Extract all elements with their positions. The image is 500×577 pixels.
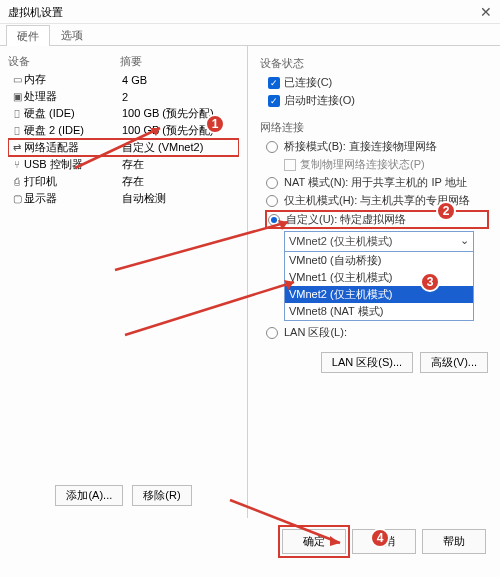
device-summary: 自定义 (VMnet2) [122, 140, 237, 155]
radio-hostonly-label: 仅主机模式(H): 与主机共享的专用网络 [284, 193, 470, 208]
radio-nat[interactable]: NAT 模式(N): 用于共享主机的 IP 地址 [266, 175, 488, 190]
col-summary: 摘要 [120, 54, 239, 69]
device-name: USB 控制器 [24, 157, 122, 172]
dialog-footer: 确定 取消 帮助 [0, 518, 500, 564]
device-summary: 4 GB [122, 74, 237, 86]
device-row[interactable]: ⌷硬盘 (IDE)100 GB (预先分配) [8, 105, 239, 122]
radio-icon [268, 214, 280, 226]
device-row[interactable]: ▭内存4 GB [8, 71, 239, 88]
chevron-down-icon: ⌄ [460, 234, 469, 249]
device-icon: ⌷ [10, 125, 24, 136]
device-icon: ▣ [10, 91, 24, 102]
radio-custom-label: 自定义(U): 特定虚拟网络 [286, 212, 406, 227]
device-icon: ▢ [10, 193, 24, 204]
radio-bridge[interactable]: 桥接模式(B): 直接连接物理网络 [266, 139, 488, 154]
device-icon: ⇄ [10, 142, 24, 153]
advanced-button[interactable]: 高级(V)... [420, 352, 488, 373]
device-summary: 100 GB (预先分配) [122, 106, 237, 121]
device-summary: 存在 [122, 174, 237, 189]
device-row[interactable]: ⇄网络适配器自定义 (VMnet2) [8, 139, 239, 156]
tab-hardware[interactable]: 硬件 [6, 25, 50, 46]
device-icon: ⎙ [10, 176, 24, 187]
cbx-connected-label: 已连接(C) [284, 75, 332, 90]
help-button[interactable]: 帮助 [422, 529, 486, 554]
device-row[interactable]: ▣处理器2 [8, 88, 239, 105]
radio-icon [266, 177, 278, 189]
dropdown-option[interactable]: VMnet2 (仅主机模式) [285, 286, 473, 303]
device-icon: ⑂ [10, 159, 24, 170]
cbx-connected[interactable]: ✓ 已连接(C) [268, 75, 488, 90]
radio-icon [266, 327, 278, 339]
device-name: 硬盘 (IDE) [24, 106, 122, 121]
radio-hostonly[interactable]: 仅主机模式(H): 与主机共享的专用网络 [266, 193, 488, 208]
add-button[interactable]: 添加(A)... [55, 485, 123, 506]
col-device: 设备 [8, 54, 120, 69]
device-row[interactable]: ⌷硬盘 2 (IDE)100 GB (预先分配) [8, 122, 239, 139]
radio-nat-label: NAT 模式(N): 用于共享主机的 IP 地址 [284, 175, 467, 190]
device-name: 处理器 [24, 89, 122, 104]
device-summary: 存在 [122, 157, 237, 172]
radio-custom[interactable]: 自定义(U): 特定虚拟网络 [266, 211, 488, 228]
settings-panel: 设备状态 ✓ 已连接(C) ✓ 启动时连接(O) 网络连接 桥接模式(B): 直… [248, 46, 500, 518]
lanseg-button[interactable]: LAN 区段(S)... [321, 352, 413, 373]
device-name: 内存 [24, 72, 122, 87]
device-row[interactable]: ⑂USB 控制器存在 [8, 156, 239, 173]
dropdown-option[interactable]: VMnet1 (仅主机模式) [285, 269, 473, 286]
ok-button[interactable]: 确定 [282, 529, 346, 554]
window-title: 虚拟机设置 [8, 0, 63, 23]
device-row[interactable]: ⎙打印机存在 [8, 173, 239, 190]
dropdown-option[interactable]: VMnet0 (自动桥接) [285, 252, 473, 269]
device-summary: 2 [122, 91, 237, 103]
device-icon: ▭ [10, 74, 24, 85]
device-summary: 自动检测 [122, 191, 237, 206]
vmnet-dropdown[interactable]: VMnet2 (仅主机模式) ⌄ VMnet0 (自动桥接) VMnet1 (仅… [284, 231, 474, 321]
checkbox-icon [284, 159, 296, 171]
radio-bridge-label: 桥接模式(B): 直接连接物理网络 [284, 139, 437, 154]
device-name: 显示器 [24, 191, 122, 206]
status-header: 设备状态 [260, 56, 488, 71]
tab-options[interactable]: 选项 [50, 24, 94, 45]
cbx-onstart-label: 启动时连接(O) [284, 93, 355, 108]
device-name: 硬盘 2 (IDE) [24, 123, 122, 138]
cbx-replicate: 复制物理网络连接状态(P) [284, 157, 488, 172]
radio-icon [266, 141, 278, 153]
radio-lanseg[interactable]: LAN 区段(L): [266, 325, 488, 340]
tab-bar: 硬件 选项 [0, 24, 500, 46]
radio-lanseg-label: LAN 区段(L): [284, 325, 347, 340]
dropdown-value: VMnet2 (仅主机模式) [289, 234, 392, 249]
titlebar: 虚拟机设置 ✕ [0, 0, 500, 24]
radio-icon [266, 195, 278, 207]
device-summary: 100 GB (预先分配) [122, 123, 237, 138]
close-icon[interactable]: ✕ [480, 0, 492, 23]
cbx-onstart[interactable]: ✓ 启动时连接(O) [268, 93, 488, 108]
network-header: 网络连接 [260, 120, 488, 135]
check-icon: ✓ [268, 95, 280, 107]
remove-button[interactable]: 移除(R) [132, 485, 191, 506]
device-name: 网络适配器 [24, 140, 122, 155]
device-list: ▭内存4 GB▣处理器2⌷硬盘 (IDE)100 GB (预先分配)⌷硬盘 2 … [8, 71, 239, 479]
check-icon: ✓ [268, 77, 280, 89]
device-panel: 设备 摘要 ▭内存4 GB▣处理器2⌷硬盘 (IDE)100 GB (预先分配)… [0, 46, 248, 518]
dropdown-option[interactable]: VMnet8 (NAT 模式) [285, 303, 473, 320]
cbx-replicate-label: 复制物理网络连接状态(P) [300, 157, 425, 172]
cancel-button[interactable]: 取消 [352, 529, 416, 554]
device-row[interactable]: ▢显示器自动检测 [8, 190, 239, 207]
device-icon: ⌷ [10, 108, 24, 119]
device-name: 打印机 [24, 174, 122, 189]
